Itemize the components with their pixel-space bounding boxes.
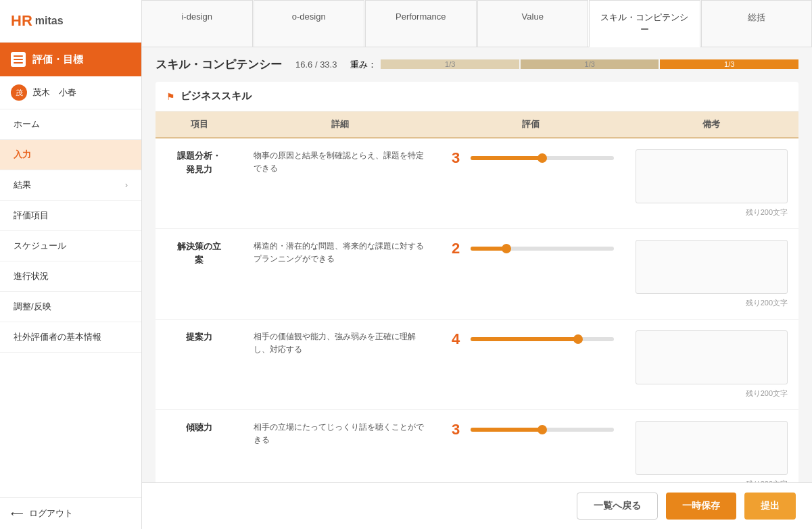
eval-cell: 3	[437, 410, 624, 483]
slider-thumb[interactable]	[538, 425, 547, 434]
eval-score: 3	[448, 149, 464, 167]
item-cell: 解決策の立案	[156, 229, 243, 320]
slider-fill	[471, 156, 542, 160]
detail-cell: 物事の原因と結果を制確認とらえ、課題を特定できる	[243, 138, 437, 229]
detail-cell: 相手の価値観や能力、強み弱みを正確に理解し、対応する	[243, 320, 437, 410]
note-cell: 残り200文字	[625, 320, 798, 410]
avatar: 茂	[11, 84, 27, 101]
note-cell: 残り200文字	[625, 138, 798, 229]
char-count: 残り200文字	[636, 207, 788, 218]
table-row: 解決策の立案 構造的・潜在的な問題、将来的な課題に対するプランニングができる 2	[156, 229, 798, 320]
tab-bar: i-design o-design Performance Value スキル・…	[142, 0, 812, 47]
bottom-bar: 一覧へ戻る 一時保存 提出	[142, 482, 812, 529]
tab-skill[interactable]: スキル・コンピテンシー	[589, 0, 700, 47]
logout-button[interactable]: ⟵ ログアウト	[0, 497, 141, 529]
sidebar-item-label: 入力	[14, 149, 31, 161]
sidebar-item-adjustment[interactable]: 調整/反映	[0, 292, 141, 322]
section-title: スキル・コンピテンシー	[156, 57, 282, 72]
note-textarea[interactable]	[636, 240, 788, 294]
logo-hr: HR	[11, 12, 32, 30]
svg-rect-1	[14, 59, 23, 60]
slider-fill	[471, 337, 578, 341]
svg-rect-0	[14, 55, 23, 57]
content-area: スキル・コンピテンシー 16.6 / 33.3 重み： 1/3 1/3 1/3 …	[142, 47, 812, 482]
slider-track[interactable]	[471, 156, 613, 160]
section-header: スキル・コンピテンシー 16.6 / 33.3 重み： 1/3 1/3 1/3	[156, 47, 798, 82]
item-cell: 傾聴力	[156, 410, 243, 483]
biz-title: ビジネススキル	[181, 90, 252, 103]
note-textarea[interactable]	[636, 149, 788, 203]
sidebar-item-progress[interactable]: 進行状況	[0, 261, 141, 292]
sidebar-item-label: 結果	[14, 179, 31, 191]
score-info: 16.6 / 33.3	[295, 59, 337, 70]
item-cell: 提案力	[156, 320, 243, 410]
slider-track[interactable]	[471, 337, 613, 341]
slider-fill	[471, 428, 542, 432]
col-header-item: 項目	[156, 111, 243, 138]
sidebar-item-home[interactable]: ホーム	[0, 109, 141, 140]
sidebar-item-label: 社外評価者の基本情報	[14, 331, 101, 343]
eval-cell: 2	[437, 229, 624, 320]
col-header-detail: 詳細	[243, 111, 437, 138]
col-header-note: 備考	[625, 111, 798, 138]
weight-segments: 1/3 1/3 1/3	[381, 59, 798, 70]
sidebar-item-input[interactable]: 入力	[0, 140, 141, 170]
eval-score: 3	[448, 421, 464, 438]
note-textarea[interactable]	[636, 421, 788, 475]
weight-label: 重み：	[350, 59, 377, 71]
tab-value[interactable]: Value	[477, 0, 589, 47]
eval-cell: 4	[437, 320, 624, 410]
tab-o-design[interactable]: o-design	[254, 0, 365, 47]
slider-thumb[interactable]	[502, 244, 511, 253]
weight-seg-2: 1/3	[521, 59, 659, 69]
col-header-eval: 評価	[437, 111, 624, 138]
submit-button[interactable]: 提出	[744, 493, 796, 520]
logo: HRmitas	[0, 0, 141, 43]
item-cell: 課題分析・発見力	[156, 138, 243, 229]
sidebar-item-label: スケジュール	[14, 240, 66, 252]
table-row: 傾聴力 相手の立場にたってじっくり話を聴くことができる 3	[156, 410, 798, 483]
sidebar-nav: ホーム 入力 結果 › 評価項目 スケジュール 進行状況 調整/反映 社外評価者…	[0, 109, 141, 497]
weight-seg-3: 1/3	[660, 59, 798, 69]
tab-performance[interactable]: Performance	[365, 0, 477, 47]
slider-track[interactable]	[471, 428, 613, 432]
sidebar-item-label: ホーム	[14, 118, 40, 130]
logo-mitas: mitas	[35, 15, 64, 27]
tab-summary[interactable]: 総括	[701, 0, 813, 47]
slider-thumb[interactable]	[538, 153, 547, 163]
weight-seg-1: 1/3	[381, 59, 519, 69]
eval-score: 2	[448, 240, 464, 257]
eval-cell: 3	[437, 138, 624, 229]
sidebar-item-eval-items[interactable]: 評価項目	[0, 201, 141, 231]
sidebar-item-results[interactable]: 結果 ›	[0, 170, 141, 201]
menu-icon	[11, 52, 26, 67]
slider-track[interactable]	[471, 247, 613, 251]
biz-icon: ⚑	[166, 91, 175, 102]
svg-rect-2	[14, 62, 23, 64]
skill-table: 項目 詳細 評価 備考 課題分析・発見力 物事の原因と結果を制確認とらえ、課題を…	[156, 111, 798, 482]
detail-cell: 構造的・潜在的な問題、将来的な課題に対するプランニングができる	[243, 229, 437, 320]
detail-cell: 相手の立場にたってじっくり話を聴くことができる	[243, 410, 437, 483]
char-count: 残り200文字	[636, 298, 788, 308]
note-cell: 残り200文字	[625, 410, 798, 483]
tab-i-design[interactable]: i-design	[142, 0, 253, 47]
sidebar-item-label: 評価項目	[14, 209, 49, 222]
sidebar-item-schedule[interactable]: スケジュール	[0, 231, 141, 261]
sidebar-item-label: 進行状況	[14, 270, 49, 282]
chevron-right-icon: ›	[125, 180, 128, 190]
main-content: i-design o-design Performance Value スキル・…	[142, 0, 812, 529]
note-textarea[interactable]	[636, 330, 788, 384]
sidebar: HRmitas 評価・目標 茂 茂木 小春 ホーム 入力 結果 › 評価項目 ス…	[0, 0, 142, 529]
table-row: 提案力 相手の価値観や能力、強み弱みを正確に理解し、対応する 4	[156, 320, 798, 410]
slider-thumb[interactable]	[573, 334, 583, 344]
sidebar-item-external[interactable]: 社外評価者の基本情報	[0, 322, 141, 353]
char-count: 残り200文字	[636, 388, 788, 399]
user-name: 茂木 小春	[32, 86, 76, 99]
back-button[interactable]: 一覧へ戻る	[577, 493, 658, 520]
save-button[interactable]: 一時保存	[666, 493, 736, 520]
biz-skills-section: ⚑ ビジネススキル 項目 詳細 評価 備考 課題分析・発見力 物事の原	[156, 82, 798, 482]
table-row: 課題分析・発見力 物事の原因と結果を制確認とらえ、課題を特定できる 3	[156, 138, 798, 229]
sidebar-item-label: 調整/反映	[14, 301, 51, 313]
logout-label: ログアウト	[29, 507, 73, 520]
logout-icon: ⟵	[11, 509, 24, 519]
